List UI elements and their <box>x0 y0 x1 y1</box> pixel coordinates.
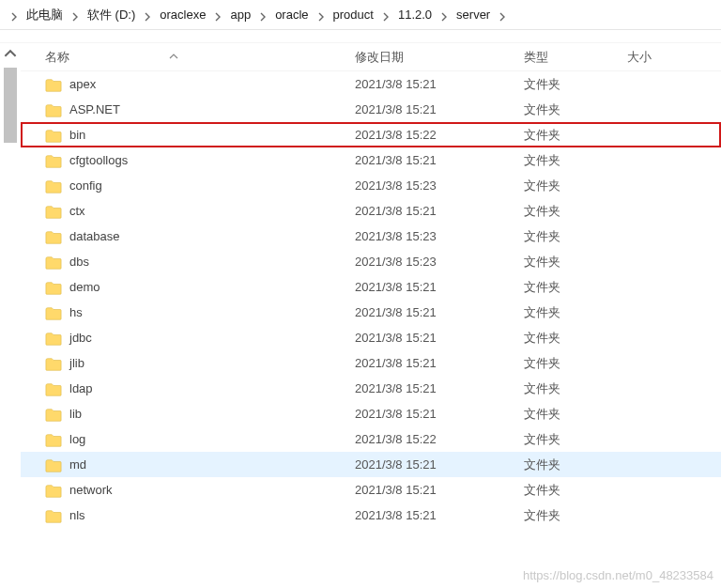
file-row[interactable]: network2021/3/8 15:21文件夹 <box>21 477 721 503</box>
cell-date: 2021/3/8 15:23 <box>355 255 524 269</box>
folder-icon <box>45 306 62 319</box>
cell-name: nls <box>45 508 355 522</box>
column-name-label: 名称 <box>45 49 69 66</box>
file-list: 名称 修改日期 类型 大小 apex2021/3/8 15:21文件夹ASP.N… <box>21 43 721 588</box>
file-name: cfgtoollogs <box>69 153 128 167</box>
cell-type: 文件夹 <box>524 482 627 499</box>
chevron-right-icon[interactable] <box>70 10 80 20</box>
scroll-thumb[interactable] <box>4 68 17 143</box>
cell-type: 文件夹 <box>524 406 627 423</box>
rows-container: apex2021/3/8 15:21文件夹ASP.NET2021/3/8 15:… <box>21 71 721 528</box>
chevron-right-icon[interactable] <box>439 10 449 20</box>
cell-name: cfgtoollogs <box>45 153 355 167</box>
folder-icon <box>45 179 62 193</box>
cell-name: config <box>45 178 355 193</box>
cell-date: 2021/3/8 15:21 <box>355 305 524 319</box>
chevron-right-icon[interactable] <box>381 10 391 20</box>
file-name: nls <box>69 508 85 522</box>
chevron-right-icon[interactable] <box>9 10 19 20</box>
cell-date: 2021/3/8 15:23 <box>355 178 524 193</box>
folder-icon <box>45 281 62 294</box>
cell-type: 文件夹 <box>524 380 627 397</box>
file-row[interactable]: hs2021/3/8 15:21文件夹 <box>21 300 721 325</box>
breadcrumb-item[interactable]: oracle <box>271 4 312 26</box>
folder-icon <box>45 433 62 446</box>
breadcrumb-item[interactable]: 软件 (D:) <box>84 4 139 26</box>
file-name: md <box>69 457 86 472</box>
sort-asc-icon <box>169 50 178 64</box>
cell-type: 文件夹 <box>524 228 627 245</box>
cell-name: bin <box>45 128 355 142</box>
cell-type: 文件夹 <box>524 279 627 296</box>
breadcrumb-item[interactable]: oraclexe <box>156 4 209 26</box>
file-row[interactable]: database2021/3/8 15:23文件夹 <box>21 224 721 249</box>
cell-date: 2021/3/8 15:21 <box>355 407 524 421</box>
folder-icon <box>45 78 62 91</box>
folder-icon <box>45 205 62 218</box>
cell-date: 2021/3/8 15:21 <box>355 77 524 91</box>
cell-type: 文件夹 <box>524 330 627 347</box>
file-row[interactable]: apex2021/3/8 15:21文件夹 <box>21 71 721 97</box>
cell-date: 2021/3/8 15:22 <box>355 128 524 142</box>
file-row[interactable]: ldap2021/3/8 15:21文件夹 <box>21 376 721 401</box>
cell-name: jdbc <box>45 331 355 345</box>
chevron-right-icon[interactable] <box>316 10 326 20</box>
breadcrumb-item[interactable]: 11.2.0 <box>394 4 436 26</box>
cell-name: jlib <box>45 356 355 370</box>
file-row[interactable]: ctx2021/3/8 15:21文件夹 <box>21 198 721 224</box>
nav-scrollbar[interactable] <box>0 43 21 588</box>
file-row[interactable]: cfgtoollogs2021/3/8 15:21文件夹 <box>21 147 721 173</box>
cell-type: 文件夹 <box>524 254 627 271</box>
folder-icon <box>45 357 62 370</box>
file-name: network <box>69 483 113 497</box>
file-row[interactable]: bin2021/3/8 15:22文件夹 <box>21 122 721 147</box>
cell-name: apex <box>45 77 355 91</box>
file-name: log <box>69 432 85 446</box>
file-row[interactable]: nls2021/3/8 15:21文件夹 <box>21 503 721 528</box>
file-row[interactable]: demo2021/3/8 15:21文件夹 <box>21 274 721 300</box>
cell-date: 2021/3/8 15:23 <box>355 229 524 243</box>
breadcrumb-item[interactable]: server <box>453 4 494 26</box>
file-row[interactable]: jlib2021/3/8 15:21文件夹 <box>21 350 721 376</box>
cell-date: 2021/3/8 15:21 <box>355 356 524 370</box>
cell-name: ctx <box>45 204 355 218</box>
chevron-right-icon[interactable] <box>213 10 222 20</box>
chevron-right-icon[interactable] <box>143 10 152 20</box>
chevron-right-icon[interactable] <box>258 10 268 20</box>
file-row[interactable]: log2021/3/8 15:22文件夹 <box>21 426 721 452</box>
breadcrumb-item[interactable]: 此电脑 <box>23 4 67 26</box>
cell-date: 2021/3/8 15:21 <box>355 381 524 395</box>
breadcrumb[interactable]: 此电脑软件 (D:)oraclexeapporacleproduct11.2.0… <box>0 0 721 30</box>
cell-date: 2021/3/8 15:22 <box>355 432 524 446</box>
breadcrumb-item[interactable]: app <box>226 4 254 26</box>
cell-date: 2021/3/8 15:21 <box>355 457 524 472</box>
cell-type: 文件夹 <box>524 304 627 321</box>
file-name: jlib <box>69 356 84 370</box>
cell-name: network <box>45 483 355 497</box>
scroll-up-icon[interactable] <box>4 47 17 60</box>
file-name: config <box>69 178 102 193</box>
file-row[interactable]: ASP.NET2021/3/8 15:21文件夹 <box>21 97 721 122</box>
toolbar-gap <box>0 30 721 43</box>
file-name: demo <box>69 280 100 294</box>
column-header-type[interactable]: 类型 <box>524 49 627 66</box>
cell-type: 文件夹 <box>524 456 627 473</box>
breadcrumb-item[interactable]: product <box>330 4 377 26</box>
cell-type: 文件夹 <box>524 101 627 118</box>
column-header-size[interactable]: 大小 <box>627 49 721 66</box>
cell-type: 文件夹 <box>524 152 627 169</box>
file-row[interactable]: md2021/3/8 15:21文件夹 <box>21 452 721 477</box>
folder-icon <box>45 484 62 497</box>
chevron-right-icon[interactable] <box>498 10 507 20</box>
column-headers[interactable]: 名称 修改日期 类型 大小 <box>21 43 721 71</box>
cell-date: 2021/3/8 15:21 <box>355 280 524 294</box>
file-row[interactable]: lib2021/3/8 15:21文件夹 <box>21 401 721 426</box>
file-row[interactable]: dbs2021/3/8 15:23文件夹 <box>21 249 721 274</box>
cell-name: hs <box>45 305 355 319</box>
file-row[interactable]: jdbc2021/3/8 15:21文件夹 <box>21 325 721 350</box>
column-header-name[interactable]: 名称 <box>45 49 355 66</box>
cell-date: 2021/3/8 15:21 <box>355 331 524 345</box>
main-area: 名称 修改日期 类型 大小 apex2021/3/8 15:21文件夹ASP.N… <box>0 43 721 588</box>
file-row[interactable]: config2021/3/8 15:23文件夹 <box>21 173 721 198</box>
column-header-date[interactable]: 修改日期 <box>355 49 524 66</box>
